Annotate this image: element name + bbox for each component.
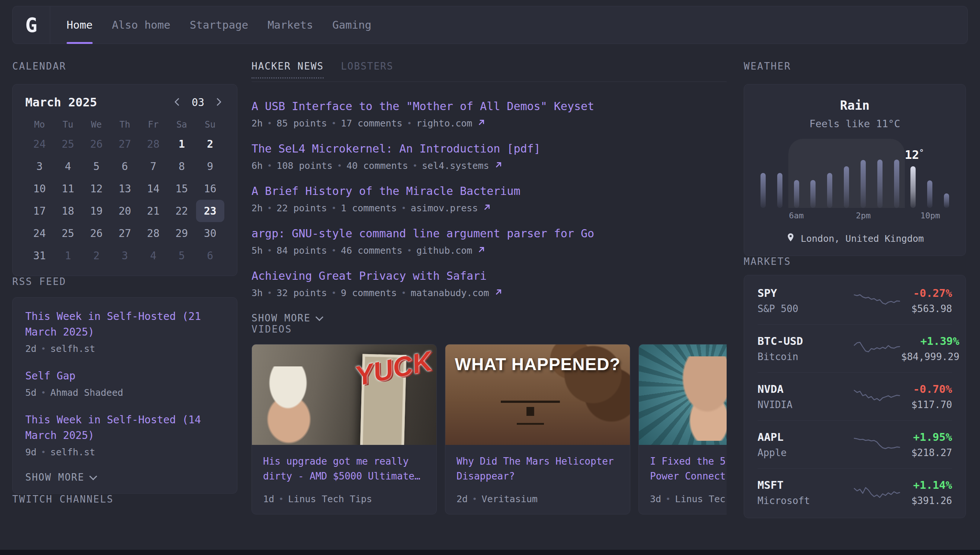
rss-item-link[interactable]: This Week in Self-Hosted (14 March 2025) xyxy=(25,412,225,443)
news-item-link[interactable]: A Brief History of the Miracle Bacterium xyxy=(252,183,727,199)
rss-item-link[interactable]: This Week in Self-Hosted (21 March 2025) xyxy=(25,309,225,340)
video-title-link[interactable]: His upgrade got me really dirty - AMD $5… xyxy=(263,454,425,484)
news-item-comments[interactable]: 9 comments xyxy=(341,287,397,299)
news-item-points: 108 points xyxy=(276,160,333,172)
nav-tab[interactable]: Gaming xyxy=(332,6,371,43)
rss-show-more-button[interactable]: SHOW MORE xyxy=(25,472,225,483)
market-id: BTC-USD Bitcoin xyxy=(757,334,850,363)
market-sparkline xyxy=(853,339,901,358)
separator-dot: • xyxy=(41,387,46,399)
calendar-next-button[interactable] xyxy=(213,96,225,109)
video-age: 2d xyxy=(457,493,468,505)
news-item-domain[interactable]: sel4.systems xyxy=(422,160,489,172)
separator-dot: • xyxy=(267,245,272,257)
market-row[interactable]: NVDA NVIDIA -0.70% $117.70 xyxy=(757,372,952,420)
rss-item-source: selfh.st xyxy=(50,446,95,458)
news-item-points: 32 points xyxy=(276,287,327,299)
news-item-meta: 2h • 85 points • 17 comments • righto.co… xyxy=(252,117,727,130)
market-price: $218.27 xyxy=(901,446,952,459)
calendar-day: 24 xyxy=(25,133,54,155)
calendar-weekday-row: MoTuWeThFrSaSu xyxy=(25,119,225,133)
market-name: NVIDIA xyxy=(757,398,850,411)
calendar-day: 13 xyxy=(111,177,139,200)
video-title-link[interactable]: Why Did The Mars Helicopter Disappear? xyxy=(457,454,619,484)
separator-dot: • xyxy=(267,202,272,214)
calendar-day: 22 xyxy=(167,200,196,222)
calendar-day: 6 xyxy=(111,155,139,177)
weather-time-axis: 6am2pm10pm xyxy=(760,211,949,222)
nav-tab[interactable]: Markets xyxy=(268,6,313,43)
market-price: $84,999.29 xyxy=(901,350,959,363)
news-item: argp: GNU-style command line argument pa… xyxy=(252,225,727,257)
market-row[interactable]: BTC-USD Bitcoin +1.39% $84,999.29 xyxy=(757,324,952,372)
calendar-weekday: We xyxy=(82,119,111,131)
calendar-day: 24 xyxy=(25,222,54,244)
video-thumbnail: DO TH T xyxy=(639,345,727,445)
calendar-day: 17 xyxy=(25,200,54,222)
video-age: 1d xyxy=(263,493,274,505)
separator-dot: • xyxy=(412,160,417,172)
market-row[interactable]: AAPL Apple +1.95% $218.27 xyxy=(757,420,952,468)
market-symbol: AAPL xyxy=(757,430,850,444)
nav-tab[interactable]: Startpage xyxy=(190,6,248,43)
market-id: AAPL Apple xyxy=(757,430,850,459)
dashboard-grid: CALENDAR March 2025 03 xyxy=(12,61,966,555)
news-item-domain[interactable]: matanabudy.com xyxy=(411,287,489,299)
calendar-prev-button[interactable] xyxy=(172,96,183,109)
nav-tab-label: Gaming xyxy=(332,19,371,31)
calendar-day: 2 xyxy=(196,133,225,155)
separator-dot: • xyxy=(267,287,272,299)
video-channel[interactable]: Linus Tech Tips xyxy=(288,493,372,505)
news-item-comments[interactable]: 17 comments xyxy=(341,117,403,130)
news-tab[interactable]: HACKER NEWS xyxy=(252,61,324,82)
video-title-link[interactable]: I Fixed the 5 Power Connect xyxy=(650,454,727,484)
video-card[interactable]: WHAT HAPPENED? Why Did The Mars Helicopt… xyxy=(445,344,630,515)
video-meta: 1d • Linus Tech Tips xyxy=(263,493,425,505)
video-channel[interactable]: Veritasium xyxy=(481,493,537,505)
calendar-weekday: Mo xyxy=(25,119,54,131)
calendar-day: 8 xyxy=(167,155,196,177)
viewport-bottom-edge xyxy=(0,550,980,555)
video-card[interactable]: DO TH T I Fixed the 5 Power Connect 3d •… xyxy=(638,344,727,515)
market-symbol: SPY xyxy=(757,286,850,300)
market-symbol: NVDA xyxy=(757,382,850,396)
news-tab-label: LOBSTERS xyxy=(341,61,393,72)
market-change: +1.14% xyxy=(901,478,952,492)
calendar-section-title: CALENDAR xyxy=(12,61,237,72)
calendar-day: 1 xyxy=(167,133,196,155)
news-item-comments[interactable]: 46 comments xyxy=(341,245,403,257)
news-show-more-button[interactable]: SHOW MORE xyxy=(252,313,727,324)
news-item-comments[interactable]: 40 comments xyxy=(346,160,408,172)
rss-item: This Week in Self-Hosted (21 March 2025)… xyxy=(25,309,225,355)
news-tab[interactable]: LOBSTERS xyxy=(341,61,393,82)
news-item-domain[interactable]: github.com xyxy=(416,245,473,257)
news-item-link[interactable]: The SeL4 Microkernel: An Introduction [p… xyxy=(252,141,727,157)
news-item-domain[interactable]: asimov.press xyxy=(411,202,478,214)
news-item-domain[interactable]: righto.com xyxy=(416,117,473,130)
nav-tab-label: Home xyxy=(67,19,93,31)
weather-bar xyxy=(827,173,832,208)
weather-chart: 12° xyxy=(760,139,949,208)
video-channel[interactable]: Linus Tec xyxy=(675,493,725,505)
market-sparkline xyxy=(853,435,901,454)
news-item-link[interactable]: argp: GNU-style command line argument pa… xyxy=(252,225,727,242)
market-row[interactable]: MSFT Microsoft +1.14% $391.26 xyxy=(757,468,952,517)
nav-tab[interactable]: Also home xyxy=(112,6,170,43)
app-logo[interactable]: G xyxy=(13,6,50,43)
rss-section-title: RSS FEED xyxy=(12,276,237,287)
market-change: -0.70% xyxy=(901,382,952,396)
news-item-link[interactable]: Achieving Great Privacy with Safari xyxy=(252,268,727,284)
separator-dot: • xyxy=(407,245,412,257)
calendar-day: 20 xyxy=(111,200,139,222)
rss-item: This Week in Self-Hosted (14 March 2025)… xyxy=(25,412,225,458)
news-item-link[interactable]: A USB Interface to the "Mother of All De… xyxy=(252,98,727,115)
calendar-day: 4 xyxy=(139,244,167,267)
news-item-comments[interactable]: 1 comments xyxy=(341,202,397,214)
market-id: MSFT Microsoft xyxy=(757,478,850,507)
rss-item-link[interactable]: Self Gap xyxy=(25,368,225,384)
market-row[interactable]: SPY S&P 500 -0.27% $563.98 xyxy=(757,277,952,324)
calendar-day: 23 xyxy=(196,200,225,222)
nav-tab[interactable]: Home xyxy=(67,6,93,43)
video-card[interactable]: YUCK His upgrade got me really dirty - A… xyxy=(252,344,437,515)
weather-feels-like: Feels like 11°C xyxy=(760,117,949,131)
